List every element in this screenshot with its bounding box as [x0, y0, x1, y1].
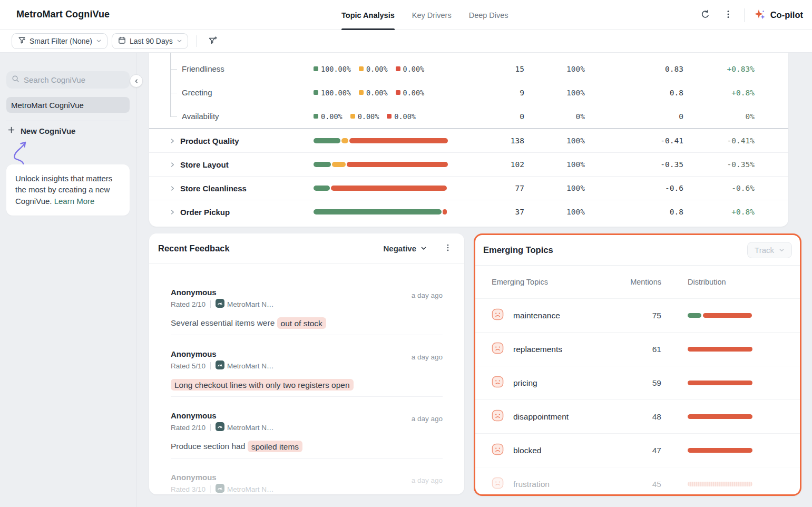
score-value: -0.35	[585, 160, 683, 169]
chevron-right-icon[interactable]	[170, 160, 175, 169]
sentiment-bar	[314, 186, 448, 191]
feedback-item: Anonymous Rated 2/10 MetroMart N… a day …	[171, 397, 443, 459]
feedback-timestamp: a day ago	[412, 415, 443, 423]
tab-key-drivers[interactable]: Key Drivers	[412, 0, 452, 30]
track-dropdown-button[interactable]: Track	[747, 242, 792, 258]
emerging-topics-header: Emerging Topics Track	[475, 235, 800, 266]
learn-more-link[interactable]: Learn More	[54, 197, 95, 206]
funnel-icon	[18, 36, 26, 46]
distribution-bar	[688, 414, 752, 419]
emerging-topic-mentions: 48	[623, 412, 661, 422]
positive-pct: 100.00%	[321, 89, 351, 97]
mentions-value: 0	[448, 112, 524, 121]
positive-bar-segment	[314, 162, 331, 167]
coverage-value: 0%	[524, 112, 585, 121]
negative-bar-segment	[443, 209, 447, 214]
feedback-text-segment: out of stock	[277, 317, 326, 329]
emerging-topic-row: disappointment 48	[475, 399, 800, 433]
topic-parent-row[interactable]: Product Quality 138 100% -0.41 -0.41%	[149, 129, 788, 152]
kebab-icon	[723, 9, 733, 21]
negative-swatch-icon	[396, 66, 400, 71]
sentiment-bar	[314, 138, 448, 143]
coverage-value: 100%	[524, 208, 585, 216]
top-bar-actions: Co-pilot	[699, 0, 803, 30]
mentions-value: 102	[448, 160, 524, 169]
delta-value: +0.83%	[683, 65, 755, 73]
feedback-text: Several essential items were out of stoc…	[171, 317, 443, 329]
sad-face-icon	[492, 376, 504, 390]
topic-child-row: Availability 0.00% 0.00% 0.00% 0 0% 0 0%	[149, 104, 788, 128]
feedback-rating: Rated 2/10	[171, 300, 206, 308]
topic-parent-row[interactable]: Order Pickup 37 100% 0.8 +0.8%	[149, 200, 788, 223]
feedback-more-options-button[interactable]	[441, 242, 455, 256]
meta-divider	[210, 300, 211, 308]
date-range-dropdown[interactable]: Last 90 Days	[112, 33, 188, 49]
search-icon	[12, 75, 19, 85]
recent-feedback-card: Recent Feedback Negative Anonymous Rated…	[149, 233, 464, 494]
app-window: MetroMart CogniVue Topic Analysis Key Dr…	[0, 0, 812, 507]
more-options-button[interactable]	[721, 8, 735, 22]
plus-icon	[7, 126, 15, 135]
coverage-value: 100%	[524, 65, 585, 73]
delta-value: +0.8%	[683, 208, 755, 216]
negative-bar-segment	[688, 482, 752, 486]
coverage-value: 100%	[524, 184, 585, 192]
copilot-button[interactable]: Co-pilot	[754, 8, 803, 23]
chevron-right-icon[interactable]	[170, 184, 175, 193]
topic-parent-row[interactable]: Store Cleanliness 77 100% -0.6 -0.6%	[149, 176, 788, 200]
sidebar-collapse-button[interactable]	[130, 74, 143, 87]
feedback-item: Anonymous Rated 3/10 MetroMart N… a day …	[171, 459, 443, 494]
negative-pct: 0.00%	[403, 65, 425, 73]
sidebar-item-metromart-cognivue[interactable]: MetroMart CogniVue	[6, 97, 130, 113]
refresh-button[interactable]	[699, 8, 712, 22]
new-cognivue-button[interactable]: New CogniVue	[7, 123, 75, 138]
emerging-topic-label: replacements	[513, 345, 562, 354]
score-value: 0	[585, 112, 683, 121]
feedback-timestamp: a day ago	[412, 476, 443, 484]
feedback-rating: Rated 3/10	[171, 485, 206, 493]
topic-child-row: Greeting 100.00% 0.00% 0.00% 9 100% 0.8 …	[149, 81, 788, 104]
meta-divider	[210, 485, 211, 493]
topic-label: Order Pickup	[180, 208, 230, 217]
positive-bar-segment	[314, 138, 340, 143]
negative-bar-segment	[688, 381, 752, 385]
topic-parent-row[interactable]: Store Layout 102 100% -0.35 -0.35%	[149, 152, 788, 176]
neutral-pct: 0.00%	[358, 112, 379, 121]
mentions-value: 138	[448, 136, 524, 145]
chevron-right-icon[interactable]	[170, 136, 175, 145]
feedback-source: MetroMart N…	[227, 362, 274, 370]
distribution-bar	[688, 313, 752, 318]
coverage-value: 100%	[524, 89, 585, 97]
smart-filter-label: Smart Filter (None)	[30, 37, 92, 45]
sad-face-icon	[492, 477, 504, 491]
tab-deep-dives[interactable]: Deep Dives	[469, 0, 508, 30]
feedback-source: MetroMart N…	[227, 300, 274, 308]
delta-value: -0.6%	[683, 184, 755, 192]
recent-feedback-header: Recent Feedback Negative	[149, 233, 464, 264]
emerging-topic-label: maintenance	[513, 311, 560, 320]
chevron-right-icon[interactable]	[170, 208, 175, 217]
negative-pct: 0.00%	[403, 89, 425, 97]
neutral-swatch-icon	[359, 66, 364, 71]
neutral-swatch-icon	[350, 114, 355, 119]
score-value: 0.8	[585, 208, 683, 216]
emerging-topics-card: Emerging Topics Track Emerging Topics Me…	[474, 233, 801, 496]
feedback-rating: Rated 2/10	[171, 424, 206, 432]
search-input[interactable]	[24, 75, 129, 84]
positive-swatch-icon	[314, 114, 318, 119]
new-cognivue-label: New CogniVue	[21, 126, 75, 135]
topic-label: Store Layout	[180, 160, 229, 169]
topic-label: Product Quality	[180, 136, 239, 145]
sad-face-icon	[492, 308, 504, 323]
add-filter-button[interactable]	[206, 34, 220, 48]
topic-child-rows: Friendliness 100.00% 0.00% 0.00% 15 100%…	[149, 53, 788, 128]
smart-filter-dropdown[interactable]: Smart Filter (None)	[12, 33, 107, 49]
sentiment-filter-label: Negative	[383, 244, 416, 253]
neutral-swatch-icon	[359, 90, 364, 95]
emerging-topics-list: maintenance 75 replacements 61	[475, 298, 800, 496]
tab-topic-analysis[interactable]: Topic Analysis	[341, 0, 395, 30]
feedback-text: Produce section had spoiled items	[171, 440, 443, 453]
kebab-icon	[444, 243, 452, 253]
delta-value: -0.41%	[683, 136, 755, 145]
sentiment-filter-dropdown[interactable]: Negative	[383, 244, 427, 253]
